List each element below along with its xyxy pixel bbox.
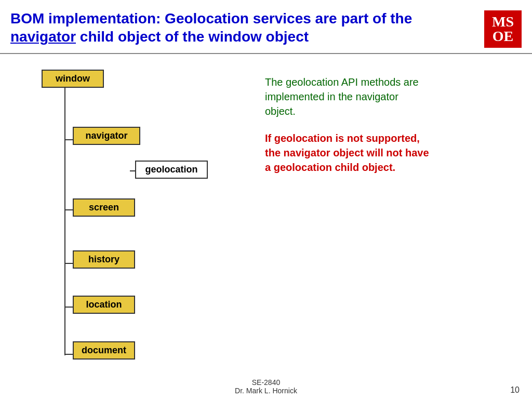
main-content: window navigator geolocation screen hist… [0, 54, 532, 370]
title-text-part2: child object of the window object [76, 29, 309, 45]
box-navigator: navigator [73, 127, 140, 145]
title-navigator: navigator [10, 29, 76, 45]
diagram: window navigator geolocation screen hist… [10, 59, 249, 370]
info-red-text: If geolocation is not supported,the navi… [265, 131, 522, 175]
right-panel: The geolocation API methods areimplement… [249, 59, 522, 370]
header: BOM implementation: Geolocation services… [0, 0, 532, 54]
page-number: 10 [510, 385, 520, 395]
msoe-logo: MS OE [484, 10, 522, 48]
msoe-line2: OE [493, 29, 513, 44]
title-text-part1: BOM implementation: Geolocation services… [10, 10, 412, 26]
page-title: BOM implementation: Geolocation services… [10, 9, 457, 46]
box-window: window [42, 70, 104, 88]
box-location: location [73, 296, 135, 314]
box-history: history [73, 250, 135, 269]
info-green-text: The geolocation API methods areimplement… [265, 75, 522, 118]
footer-line1: SE-2840 [252, 378, 280, 387]
msoe-line1: MS [492, 15, 514, 29]
box-geolocation: geolocation [135, 161, 208, 179]
footer: SE-2840 Dr. Mark L. Hornick [0, 378, 532, 395]
box-screen: screen [73, 198, 135, 217]
box-document: document [73, 341, 135, 360]
footer-line2: Dr. Mark L. Hornick [235, 387, 297, 395]
diagram-lines [10, 59, 249, 381]
